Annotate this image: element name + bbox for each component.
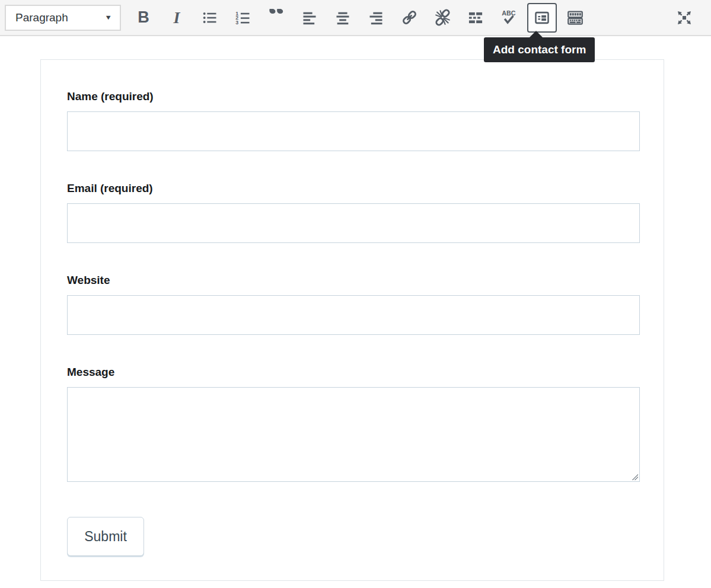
field-label-name: Name (required)	[67, 90, 639, 103]
submit-button[interactable]: Submit	[67, 517, 144, 556]
toolbar-toggle-button[interactable]	[562, 4, 589, 31]
editor-toolbar: Paragraph ▼ B I 1 2 3 “	[0, 0, 711, 36]
align-left-button[interactable]	[296, 4, 323, 31]
align-right-button[interactable]	[362, 4, 390, 31]
form-field-email: Email (required)	[67, 181, 639, 243]
form-field-message: Message	[67, 365, 639, 482]
tooltip-label: Add contact form	[493, 43, 586, 56]
blockquote-button[interactable]: “	[263, 4, 290, 31]
field-label-website: Website	[67, 273, 639, 287]
more-tag-icon	[467, 9, 484, 26]
form-field-website: Website	[67, 273, 639, 335]
align-right-icon	[368, 9, 384, 26]
resize-handle[interactable]	[632, 474, 638, 480]
italic-icon: I	[174, 8, 180, 27]
email-input[interactable]	[67, 203, 640, 243]
numbered-list-button[interactable]: 1 2 3	[229, 4, 257, 31]
message-textarea[interactable]	[67, 387, 640, 482]
svg-text:3: 3	[235, 19, 238, 25]
align-center-icon	[334, 9, 351, 26]
link-icon	[401, 9, 418, 26]
link-button[interactable]	[396, 4, 423, 31]
add-contact-form-button[interactable]	[527, 3, 557, 33]
svg-text:ABC: ABC	[502, 9, 516, 17]
insert-more-tag-button[interactable]	[462, 4, 489, 31]
name-input[interactable]	[67, 111, 640, 151]
field-label-message: Message	[67, 365, 639, 379]
distraction-free-button[interactable]	[671, 4, 698, 31]
contact-form-icon	[534, 9, 550, 26]
form-field-name: Name (required)	[67, 90, 639, 151]
keyboard-icon	[566, 9, 584, 27]
bullet-list-icon	[202, 9, 218, 26]
chevron-down-icon: ▼	[104, 14, 112, 21]
bold-icon: B	[138, 8, 149, 27]
paragraph-style-dropdown[interactable]: Paragraph ▼	[5, 5, 121, 31]
align-left-icon	[301, 9, 318, 26]
spellcheck-icon: ABC	[500, 9, 518, 27]
contact-form-preview[interactable]: Name (required) Email (required) Website…	[40, 59, 664, 581]
message-textarea-wrap	[67, 387, 640, 482]
numbered-list-icon: 1 2 3	[235, 9, 251, 26]
unlink-button[interactable]	[429, 4, 456, 31]
italic-button[interactable]: I	[163, 4, 190, 31]
website-input[interactable]	[67, 295, 640, 335]
tooltip-add-contact-form: Add contact form	[484, 37, 595, 62]
unlink-icon	[434, 9, 451, 26]
bullet-list-button[interactable]	[196, 4, 224, 31]
field-label-email: Email (required)	[67, 181, 639, 195]
fullscreen-icon	[676, 9, 693, 26]
bold-button[interactable]: B	[130, 4, 157, 31]
blockquote-icon: “	[268, 9, 285, 27]
align-center-button[interactable]	[329, 4, 356, 31]
spellcheck-button[interactable]: ABC	[495, 4, 522, 31]
paragraph-style-label: Paragraph	[15, 11, 68, 24]
